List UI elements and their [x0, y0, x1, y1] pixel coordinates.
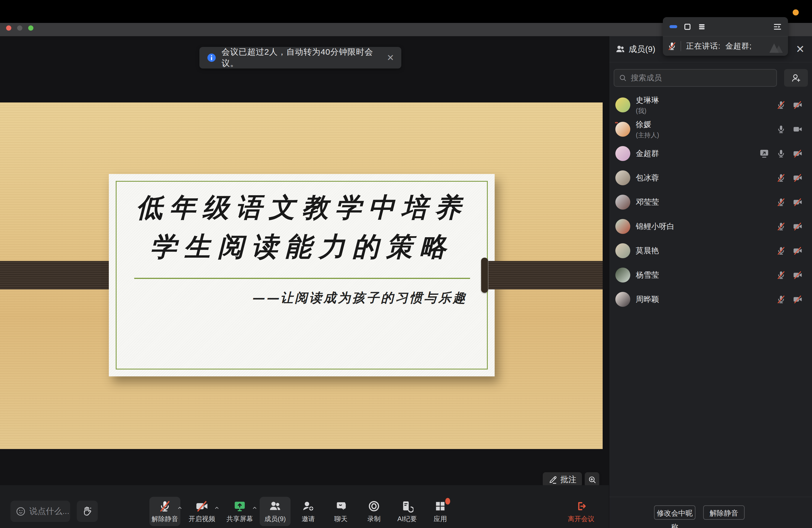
camera-off-icon[interactable] — [793, 197, 802, 207]
window-zoom-button[interactable] — [28, 25, 33, 31]
notification-badge — [445, 498, 450, 504]
toolbar-share-screen-button[interactable]: 共享屏幕 — [224, 497, 255, 526]
window-pill-icon[interactable] — [669, 25, 677, 28]
collapse-sidebar-icon[interactable] — [773, 23, 782, 31]
camera-off-icon[interactable] — [793, 295, 802, 304]
avatar — [615, 98, 630, 113]
toolbar-record-button[interactable]: 录制 — [359, 497, 389, 526]
member-name: 杨雪莹 — [636, 270, 659, 280]
zoom-in-button[interactable] — [585, 472, 599, 487]
slide-paper: 低年级语文教学中培养 学生阅读能力的策略 ——让阅读成为孩子的习惯与乐趣 — [109, 174, 495, 377]
toolbar-item-label: 录制 — [359, 514, 389, 523]
mic-muted-icon[interactable] — [777, 295, 786, 304]
caret-up-icon[interactable] — [214, 505, 220, 511]
camera-on-icon[interactable] — [793, 124, 802, 134]
mic-muted-icon[interactable] — [777, 197, 786, 207]
camera-off-icon[interactable] — [793, 222, 802, 231]
member-row[interactable]: 莫晨艳 — [609, 239, 812, 263]
camera-off-icon[interactable] — [793, 246, 802, 255]
speaking-name: 金超群; — [725, 42, 752, 50]
toolbar-members-button[interactable]: 成员(9) — [260, 497, 291, 526]
raise-hand-button[interactable] — [77, 501, 98, 522]
mic-on-icon[interactable] — [777, 149, 786, 158]
window-close-button[interactable] — [6, 25, 11, 31]
annotate-label: 批注 — [561, 474, 576, 485]
member-row[interactable]: 包冰蓉 — [609, 166, 812, 190]
mic-muted-icon[interactable] — [777, 270, 786, 280]
leave-meeting-button[interactable]: 离开会议 — [565, 497, 598, 523]
mic-muted-icon[interactable] — [777, 246, 786, 255]
unmute-footer-button[interactable]: 解除静音 — [703, 505, 744, 520]
speaking-popup: 正在讲话: 金超群; — [663, 17, 788, 56]
host-crown-icon — [614, 120, 619, 124]
members-panel: 成员(9) ✕ 史琳琳(我) 徐媛(主持人) 金超群 包冰蓉 邓莹莹 锦鲤小呀白 — [609, 36, 812, 528]
member-row[interactable]: 锦鲤小呀白 — [609, 214, 812, 239]
toolbar-item-label: 共享屏幕 — [224, 514, 255, 523]
speaking-row: 正在讲话: 金超群; — [663, 36, 788, 56]
member-row[interactable]: 史琳琳(我) — [609, 93, 812, 117]
members-icon — [615, 44, 625, 54]
member-search-box[interactable] — [614, 69, 777, 87]
banner-close-icon[interactable]: ✕ — [387, 53, 394, 63]
caret-up-icon[interactable] — [177, 505, 183, 511]
caret-up-icon[interactable] — [252, 505, 257, 511]
member-list: 史琳琳(我) 徐媛(主持人) 金超群 包冰蓉 邓莹莹 锦鲤小呀白 莫晨艳 杨雪莹… — [609, 93, 812, 497]
toolbar-ai-notes-button[interactable]: AI纪要 — [392, 497, 423, 526]
toolbar-item-label: 邀请 — [293, 514, 324, 523]
camera-off-icon[interactable] — [793, 173, 802, 182]
window-minimize-button[interactable] — [17, 25, 23, 31]
popup-window-controls — [663, 17, 788, 36]
toolbar-chat-button[interactable]: 聊天 — [325, 497, 356, 526]
toolbar-invite-button[interactable]: 邀请 — [293, 497, 324, 526]
toolbar-item-label: 开启视频 — [186, 514, 217, 523]
avatar — [615, 268, 630, 282]
camera-off-icon[interactable] — [793, 270, 802, 280]
member-row[interactable]: 杨雪莹 — [609, 263, 812, 287]
list-view-icon[interactable] — [698, 23, 706, 31]
avatar — [615, 219, 630, 234]
member-name: 邓莹莹 — [636, 197, 659, 207]
annotate-button[interactable]: 批注 — [543, 472, 582, 487]
avatar — [615, 146, 630, 161]
meeting-toolbar: 说点什么... 解除静音 开启视频 共享屏幕 成员(9) 邀请 聊天 录制 AI… — [0, 485, 609, 528]
member-search-input[interactable] — [630, 73, 731, 83]
record-icon — [359, 499, 389, 513]
camera-off-icon[interactable] — [793, 100, 802, 109]
apps-icon — [425, 499, 456, 513]
quick-message-input[interactable]: 说点什么... — [11, 501, 70, 522]
toolbar-start-video-button[interactable]: 开启视频 — [186, 497, 217, 526]
leave-meeting-icon — [565, 499, 598, 513]
toolbar-item-label: 聊天 — [325, 514, 356, 523]
slide-ribbon-right-cap — [481, 258, 488, 293]
rename-in-meeting-button[interactable]: 修改会中昵称 — [654, 505, 695, 520]
screen-sharing-icon — [759, 149, 769, 159]
add-member-button[interactable] — [784, 69, 808, 87]
camera-off-icon[interactable] — [793, 149, 802, 158]
meeting-app-window: 低年级语文教学中培养 学生阅读能力的策略 ——让阅读成为孩子的习惯与乐趣 会议已… — [0, 0, 812, 528]
chat-icon — [325, 499, 356, 513]
member-name: 史琳琳 — [636, 95, 659, 105]
shared-screen-stage: 低年级语文教学中培养 学生阅读能力的策略 ——让阅读成为孩子的习惯与乐趣 会议已… — [0, 36, 609, 528]
members-panel-footer: 修改会中昵称 解除静音 — [609, 497, 812, 528]
member-row[interactable]: 徐媛(主持人) — [609, 117, 812, 142]
slide-ribbon-right — [488, 261, 603, 289]
camera-off-icon — [186, 499, 217, 513]
mic-muted-icon[interactable] — [777, 173, 786, 182]
banner-text: 会议已超过2人，自动转为40分钟限时会议。 — [221, 46, 387, 69]
members-panel-title: 成员(9) — [628, 44, 655, 55]
mic-muted-icon — [149, 499, 180, 513]
slide-title-line1: 低年级语文教学中培养 — [109, 190, 495, 226]
member-row[interactable]: 邓莹莹 — [609, 190, 812, 214]
member-row[interactable]: 周晔颖 — [609, 287, 812, 311]
window-restore-icon[interactable] — [683, 23, 692, 31]
pencil-icon — [548, 475, 557, 484]
close-panel-icon[interactable]: ✕ — [796, 44, 804, 54]
toolbar-unmute-button[interactable]: 解除静音 — [149, 497, 180, 526]
mic-muted-icon[interactable] — [777, 222, 786, 231]
mic-on-icon[interactable] — [777, 124, 786, 134]
member-name: 锦鲤小呀白 — [636, 221, 675, 232]
mic-muted-icon[interactable] — [777, 100, 786, 109]
member-role-label: (我) — [636, 107, 659, 115]
member-row[interactable]: 金超群 — [609, 142, 812, 166]
toolbar-apps-button[interactable]: 应用 — [425, 497, 456, 526]
